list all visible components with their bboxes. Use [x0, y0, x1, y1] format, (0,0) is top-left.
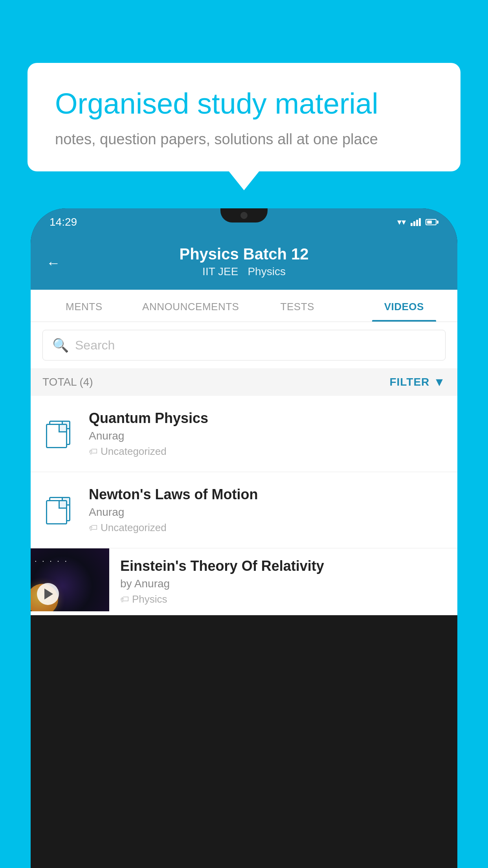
tag-icon-2: 🏷: [89, 523, 97, 533]
status-bar: 14:29 ▾▾: [31, 208, 457, 236]
page-subtitle: IIT JEE Physics: [46, 265, 442, 278]
notch: [220, 208, 268, 223]
item-title-1: Quantum Physics: [89, 410, 446, 427]
content-list: Quantum Physics Anurag 🏷 Uncategorized: [31, 396, 457, 615]
filter-bar: TOTAL (4) FILTER ▼: [31, 368, 457, 396]
item-icon-1: [42, 421, 78, 447]
filter-label: FILTER: [389, 376, 429, 388]
tag-label-2: Uncategorized: [101, 522, 167, 534]
speech-bubble-heading: Organised study material: [55, 86, 433, 121]
item-author-2: Anurag: [89, 506, 446, 519]
list-item-video[interactable]: Einstein's Theory Of Relativity by Anura…: [31, 548, 457, 615]
video-info: Einstein's Theory Of Relativity by Anura…: [109, 548, 457, 615]
tab-tests[interactable]: TESTS: [244, 290, 351, 322]
search-icon: 🔍: [52, 337, 69, 353]
tab-ments[interactable]: MENTS: [31, 290, 138, 322]
camera: [240, 212, 248, 219]
item-icon-2: [42, 497, 78, 524]
file-icon-2: [46, 497, 74, 524]
tab-bar: MENTS ANNOUNCEMENTS TESTS VIDEOS: [31, 290, 457, 322]
play-icon: [44, 588, 53, 600]
item-info-2: Newton's Laws of Motion Anurag 🏷 Uncateg…: [89, 486, 446, 534]
filter-icon: ▼: [433, 375, 446, 389]
item-info-1: Quantum Physics Anurag 🏷 Uncategorized: [89, 410, 446, 458]
search-placeholder: Search: [75, 338, 115, 353]
status-time: 14:29: [50, 216, 77, 228]
wifi-icon: ▾▾: [397, 217, 406, 227]
subtitle-subject: Physics: [248, 265, 285, 278]
tag-icon-video: 🏷: [120, 594, 129, 605]
video-title: Einstein's Theory Of Relativity: [120, 558, 448, 574]
total-count: TOTAL (4): [42, 376, 93, 388]
tag-label-1: Uncategorized: [101, 445, 167, 458]
item-tag-1: 🏷 Uncategorized: [89, 445, 446, 458]
list-item[interactable]: Newton's Laws of Motion Anurag 🏷 Uncateg…: [31, 472, 457, 548]
subtitle-course: IIT JEE: [202, 265, 238, 278]
back-button[interactable]: ←: [46, 255, 61, 271]
speech-bubble: Organised study material notes, question…: [28, 63, 460, 171]
video-author: by Anurag: [120, 577, 448, 590]
video-tag: 🏷 Physics: [120, 593, 448, 605]
status-icons: ▾▾: [397, 217, 438, 227]
play-button[interactable]: [37, 583, 59, 605]
signal-icon: [411, 218, 421, 226]
page-title: Physics Batch 12: [46, 245, 442, 263]
search-bar[interactable]: 🔍 Search: [42, 330, 446, 360]
app-background: Organised study material notes, question…: [0, 0, 488, 868]
video-tag-label: Physics: [132, 593, 167, 605]
filter-button[interactable]: FILTER ▼: [389, 375, 446, 389]
tag-icon-1: 🏷: [89, 447, 97, 457]
item-title-2: Newton's Laws of Motion: [89, 486, 446, 503]
app-header: ← Physics Batch 12 IIT JEE Physics: [31, 236, 457, 290]
file-icon-1: [46, 421, 74, 447]
item-author-1: Anurag: [89, 430, 446, 442]
speech-bubble-container: Organised study material notes, question…: [28, 63, 460, 171]
item-tag-2: 🏷 Uncategorized: [89, 522, 446, 534]
battery-icon: [426, 219, 438, 225]
phone-frame: 14:29 ▾▾ ← Physics Batch 12: [31, 208, 457, 868]
list-item[interactable]: Quantum Physics Anurag 🏷 Uncategorized: [31, 396, 457, 472]
speech-bubble-subtext: notes, question papers, solutions all at…: [55, 131, 433, 148]
video-thumbnail: [31, 548, 109, 611]
tab-announcements[interactable]: ANNOUNCEMENTS: [138, 290, 244, 322]
tab-videos[interactable]: VIDEOS: [351, 290, 458, 322]
search-container: 🔍 Search: [31, 322, 457, 368]
